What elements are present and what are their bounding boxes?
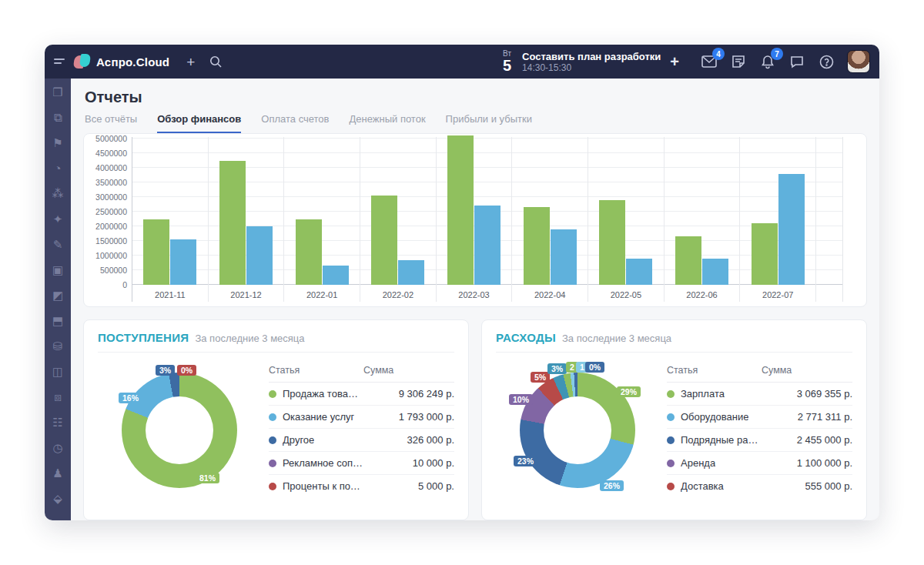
blue-bars-2022-05[interactable] <box>626 259 652 285</box>
sidebar-item-module-9-icon[interactable]: ◩ <box>50 288 65 303</box>
bar-chart: 5000000450000040000003500000300000025000… <box>92 137 843 302</box>
category-label: Доставка <box>681 480 724 492</box>
table-row[interactable]: Продажа товаров9 306 249 р. <box>269 383 454 406</box>
green-bars-2022-01[interactable] <box>296 219 322 286</box>
category-label: Аренда <box>681 457 715 469</box>
blue-bars-2022-06[interactable] <box>702 259 728 285</box>
sidebar-item-module-17-icon[interactable]: ⬙ <box>50 491 65 506</box>
sidebar-item-module-12-icon[interactable]: ◫ <box>50 364 65 379</box>
blue-bars-2022-07[interactable] <box>778 174 805 285</box>
sidebar-item-module-16-icon[interactable]: ♟ <box>50 466 65 481</box>
green-bars-2022-07[interactable] <box>752 223 778 285</box>
page-title: Отчеты <box>85 89 867 106</box>
table-row[interactable]: Оборудование2 771 311 р. <box>667 406 852 429</box>
add-icon[interactable]: + <box>186 55 195 69</box>
sidebar-item-module-8-icon[interactable]: ▣ <box>50 262 65 278</box>
green-bars-2022-05[interactable] <box>599 200 625 285</box>
sidebar-item-module-5-icon[interactable]: ⁂ <box>50 186 65 202</box>
donut-percent-label: 16% <box>119 393 142 403</box>
blue-bars-2021-12[interactable] <box>246 226 273 285</box>
blue-bars-2022-04[interactable] <box>551 229 577 285</box>
category-label: Проценты к получе... <box>283 480 363 492</box>
table-row[interactable]: Зарплата3 069 355 р. <box>667 383 852 406</box>
category-label: Подрядные раб... <box>681 434 762 446</box>
add-event-icon[interactable]: + <box>670 53 679 71</box>
donut-percent-label: 10% <box>509 394 533 405</box>
x-axis-label: 2022-07 <box>740 290 815 299</box>
tab-1[interactable]: Все отчёты <box>85 113 137 133</box>
x-axis-label: 2021-12 <box>209 290 284 299</box>
sidebar-item-module-14-icon[interactable]: ☷ <box>50 415 65 430</box>
bar-group-2021-11: 2021-11 <box>132 137 209 302</box>
sidebar-item-module-2-icon[interactable]: ⧉ <box>50 110 65 125</box>
table-row[interactable]: Подрядные раб...2 455 000 р. <box>667 429 852 452</box>
green-bars-2021-12[interactable] <box>219 161 246 286</box>
category-color-dot <box>269 413 276 421</box>
sidebar-item-module-10-icon[interactable]: ⬒ <box>50 313 65 329</box>
column-header-item: Статья <box>269 365 363 376</box>
table-row[interactable]: Аренда1 100 000 р. <box>667 452 852 475</box>
sidebar-item-module-15-icon[interactable]: ◷ <box>50 440 65 456</box>
tab-5[interactable]: Прибыли и убытки <box>446 113 532 133</box>
panel-title: ПОСТУПЛЕНИЯ <box>98 331 189 344</box>
donut-percent-label: 81% <box>196 473 219 483</box>
donut-ring[interactable] <box>122 373 237 488</box>
table-row[interactable]: Оказание услуг1 793 000 р. <box>269 406 454 429</box>
blue-bars-2021-11[interactable] <box>170 239 196 285</box>
donut-chart-expenses: 29%26%23%10%5%3%210% <box>520 373 635 488</box>
search-icon[interactable] <box>206 52 226 72</box>
tab-2[interactable]: Обзор финансов <box>157 113 241 133</box>
bar-group-2022-01: 2022-01 <box>284 137 360 302</box>
tab-3[interactable]: Оплата счетов <box>261 113 329 133</box>
sidebar-item-module-6-icon[interactable]: ✦ <box>50 212 65 227</box>
notes-icon[interactable] <box>728 52 748 72</box>
y-tick-label: 0 <box>122 280 127 289</box>
help-icon[interactable] <box>816 52 836 72</box>
tab-4[interactable]: Денежный поток <box>350 113 426 133</box>
app-logo[interactable]: Аспро.Cloud <box>74 54 169 69</box>
module-sidebar: ❒⧉⚑◔⁂✦✎▣◩⬒⛁◫⧈☷◷♟⬙ <box>45 79 71 520</box>
chat-icon[interactable] <box>787 52 807 72</box>
sidebar-item-module-11-icon[interactable]: ⛁ <box>50 339 65 354</box>
category-color-dot <box>269 390 276 398</box>
green-bars-2021-11[interactable] <box>143 219 169 286</box>
category-color-dot <box>667 390 675 398</box>
category-color-dot <box>269 436 276 444</box>
green-bars-2022-03[interactable] <box>447 135 474 285</box>
bell-icon[interactable]: 7 <box>758 52 778 72</box>
bar-group-2022-04: 2022-04 <box>512 137 588 302</box>
category-amount: 9 306 249 р. <box>363 388 454 400</box>
category-amount: 555 000 р. <box>762 480 852 492</box>
blue-bars-2022-01[interactable] <box>323 266 349 285</box>
blue-bars-2022-03[interactable] <box>474 206 500 285</box>
green-bars-2022-04[interactable] <box>524 207 550 285</box>
green-bars-2022-06[interactable] <box>675 236 701 285</box>
donut-chart-income: 81%16%3%0% <box>122 373 237 488</box>
sidebar-item-module-1-icon[interactable]: ❒ <box>50 85 65 100</box>
panel-title: РАСХОДЫ <box>496 331 556 344</box>
calendar-date[interactable]: Вт 5 <box>503 50 511 73</box>
table-row[interactable]: Доставка555 000 р. <box>667 475 852 497</box>
category-color-dot <box>269 460 276 467</box>
donut-percent-label: 3% <box>547 363 567 374</box>
upcoming-event[interactable]: Составить план разработки 14:30-15:30 <box>522 51 661 73</box>
y-tick-label: 3000000 <box>95 192 127 202</box>
sidebar-item-module-4-icon[interactable]: ◔ <box>50 161 65 176</box>
hamburger-menu-icon[interactable] <box>54 58 66 65</box>
x-axis-label: 2022-04 <box>512 290 588 299</box>
y-tick-label: 1000000 <box>95 251 127 260</box>
sidebar-item-module-13-icon[interactable]: ⧈ <box>50 389 65 405</box>
table-row[interactable]: Другое326 000 р. <box>269 429 454 452</box>
sidebar-item-module-3-icon[interactable]: ⚑ <box>50 135 65 151</box>
mail-icon[interactable]: 4 <box>699 52 719 72</box>
category-color-dot <box>667 436 675 444</box>
x-axis-label: 2022-02 <box>360 290 436 299</box>
sidebar-item-module-7-icon[interactable]: ✎ <box>50 237 65 252</box>
logo-mark-icon <box>74 54 91 69</box>
green-bars-2022-02[interactable] <box>371 196 397 285</box>
user-avatar[interactable] <box>847 50 870 73</box>
table-row[interactable]: Рекламное сопров...10 000 р. <box>269 452 454 475</box>
donut-percent-label: 0% <box>585 362 604 373</box>
blue-bars-2022-02[interactable] <box>398 260 424 285</box>
table-row[interactable]: Проценты к получе...5 000 р. <box>269 475 454 497</box>
